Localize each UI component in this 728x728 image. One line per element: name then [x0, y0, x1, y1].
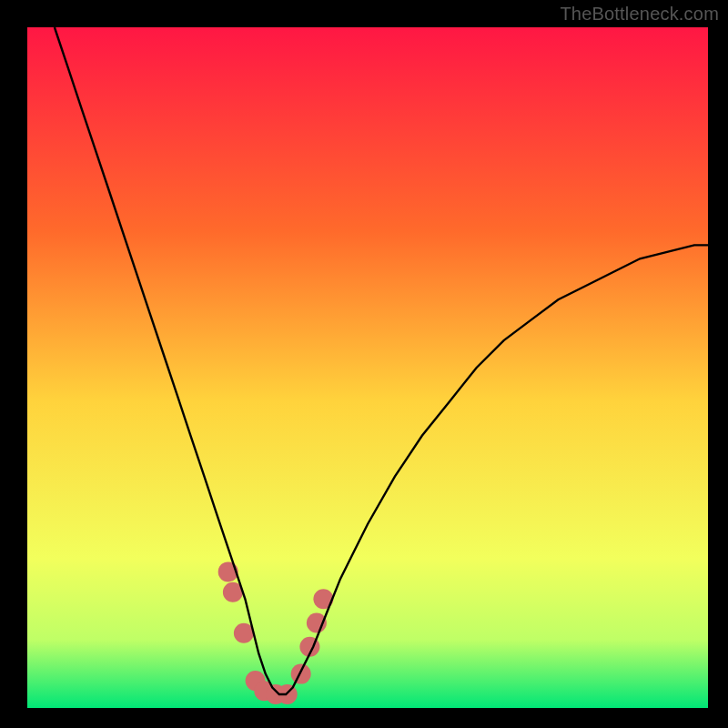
watermark-text: TheBottleneck.com: [560, 4, 719, 25]
data-marker: [291, 664, 311, 684]
chart-container: { "watermark": "TheBottleneck.com", "cha…: [0, 0, 728, 728]
plot-background: [27, 27, 708, 708]
bottleneck-chart: [0, 0, 728, 728]
